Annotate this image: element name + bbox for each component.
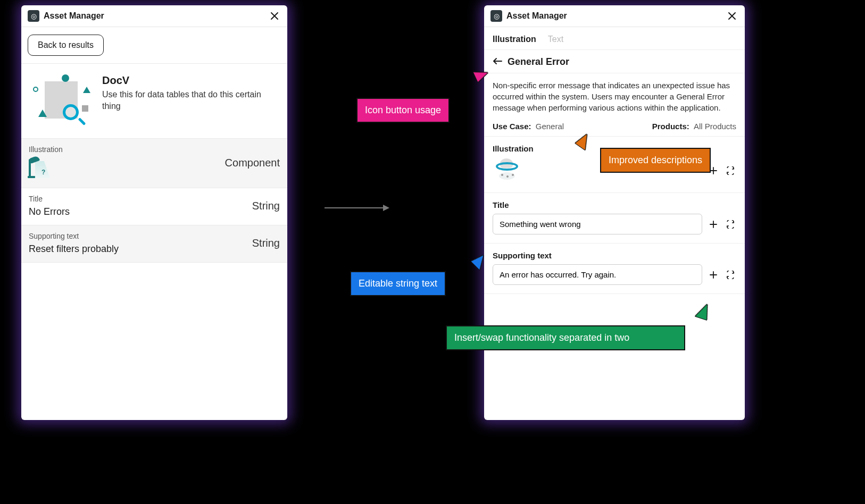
tab-text[interactable]: Text — [548, 35, 563, 44]
plus-icon — [709, 271, 718, 279]
title-input[interactable] — [493, 214, 702, 234]
insert-button[interactable] — [708, 219, 719, 230]
usecase-value: General — [536, 122, 564, 131]
detail-description-block: Non-specific error message that indicate… — [484, 73, 745, 137]
asset-hero: DocV Use this for data tables that do th… — [21, 64, 287, 139]
close-icon — [270, 12, 279, 20]
property-row-illustration[interactable]: Illustration ? Component — [21, 139, 287, 188]
property-type: String — [252, 200, 280, 212]
section-label: Title — [493, 200, 736, 209]
transition-arrow-icon — [325, 207, 388, 208]
arrow-left-icon — [493, 57, 502, 65]
app-title: Asset Manager — [44, 11, 268, 21]
insert-button[interactable] — [708, 269, 719, 281]
property-value: Reset filters probably — [29, 243, 252, 255]
section-title: Title — [484, 193, 745, 243]
swap-icon — [726, 166, 735, 175]
close-button[interactable] — [726, 10, 738, 22]
asset-hero-illustration — [29, 73, 93, 127]
swap-icon — [726, 220, 735, 229]
panel-before: ◎ Asset Manager Back to results DocV Use… — [21, 5, 287, 420]
ufo-illustration-icon — [493, 157, 523, 184]
products-key: Products: — [652, 122, 689, 131]
tab-illustration[interactable]: Illustration — [493, 35, 536, 44]
property-value: No Errors — [29, 206, 252, 217]
swap-button[interactable] — [725, 219, 736, 230]
usecase-key: Use Case: — [493, 122, 531, 131]
detail-header: General Error — [484, 50, 745, 73]
property-row-title[interactable]: Title No Errors String — [21, 188, 287, 225]
panel-after: ◎ Asset Manager Illustration Text Genera… — [484, 5, 745, 420]
property-row-supporting[interactable]: Supporting text Reset filters probably S… — [21, 225, 287, 263]
asset-title: DocV — [102, 74, 280, 87]
property-type: String — [252, 237, 280, 249]
back-row: Back to results — [21, 27, 287, 64]
property-label: Supporting text — [29, 232, 252, 240]
back-to-results-button[interactable]: Back to results — [28, 35, 104, 56]
annotation-improved-descriptions: Improved descriptions — [600, 148, 711, 173]
products-value: All Products — [694, 122, 736, 131]
usecase-meta: Use Case: General — [493, 121, 564, 132]
tabs: Illustration Text — [484, 27, 745, 50]
close-button[interactable] — [268, 10, 281, 22]
section-label: Supporting text — [493, 251, 736, 260]
swap-button[interactable] — [725, 165, 736, 177]
swap-icon — [726, 271, 735, 279]
app-logo-icon: ◎ — [28, 10, 39, 22]
asset-description: Use this for data tables that do this ce… — [102, 89, 280, 112]
titlebar: ◎ Asset Manager — [21, 5, 287, 27]
app-title: Asset Manager — [506, 11, 726, 21]
titlebar: ◎ Asset Manager — [484, 5, 745, 27]
swap-button[interactable] — [725, 269, 736, 281]
lamp-illustration-icon: ? — [29, 157, 52, 180]
products-meta: Products: All Products — [652, 121, 736, 132]
section-supporting: Supporting text — [484, 243, 745, 294]
property-type: Component — [225, 157, 280, 169]
close-icon — [728, 12, 736, 20]
property-label: Title — [29, 195, 252, 203]
plus-icon — [709, 220, 718, 229]
detail-heading: General Error — [508, 56, 569, 68]
annotation-editable-string: Editable string text — [350, 271, 446, 296]
annotation-icon-button-usage: Icon button usage — [356, 98, 450, 123]
detail-description: Non-specific error message that indicate… — [493, 80, 736, 113]
back-arrow-button[interactable] — [493, 57, 503, 67]
supporting-input[interactable] — [493, 264, 702, 285]
app-logo-icon: ◎ — [490, 10, 502, 22]
asset-hero-text: DocV Use this for data tables that do th… — [102, 73, 280, 127]
annotation-insert-swap: Insert/swap functionality separated in t… — [446, 325, 685, 350]
property-label: Illustration — [29, 145, 225, 154]
